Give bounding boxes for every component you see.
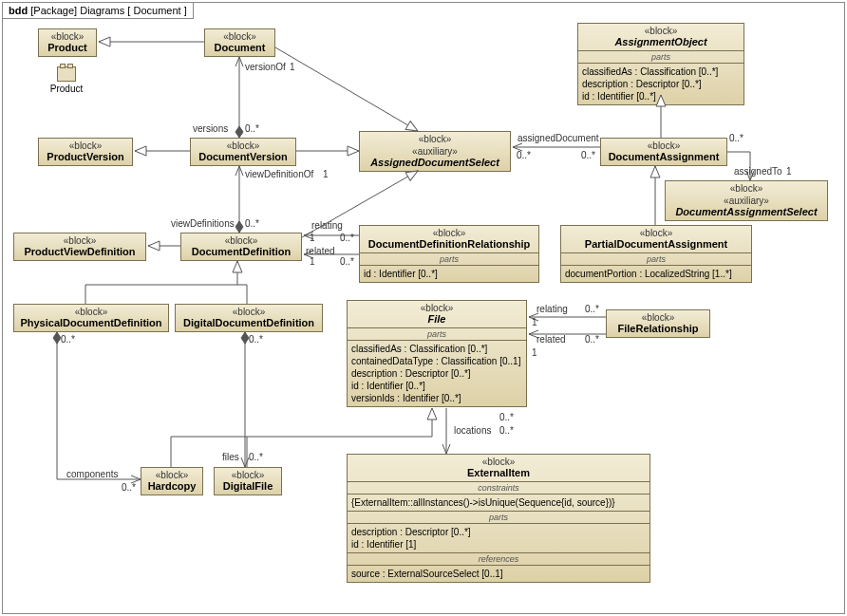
component-icon xyxy=(57,66,76,82)
lbl-zm2: 0..* xyxy=(245,218,259,229)
block-filerelationship[interactable]: «block» FileRelationship xyxy=(606,309,710,338)
assignmentobject-parts: classifiedAs : Classification [0..*] des… xyxy=(578,63,743,104)
block-productviewdefinition[interactable]: «block» ProductViewDefinition xyxy=(13,233,146,261)
block-externalitem[interactable]: «block» ExternalItem constraints {Extern… xyxy=(347,454,650,583)
block-document[interactable]: «block» Document xyxy=(204,28,275,57)
ei-constraints: {ExternalItem::allInstances()->isUnique(… xyxy=(348,494,649,511)
frame-pkg: [Package] xyxy=(30,5,77,16)
block-file[interactable]: «block» File parts classifiedAs : Classi… xyxy=(347,300,527,407)
block-digitaldocumentdefinition[interactable]: «block» DigitalDocumentDefinition xyxy=(175,304,323,332)
frame-name: Diagrams xyxy=(80,5,124,16)
lbl-relating: relating xyxy=(311,220,343,231)
block-product[interactable]: «block» Product xyxy=(38,28,97,57)
block-documentassignment[interactable]: «block» DocumentAssignment xyxy=(600,138,727,166)
frame-scope: [ Document ] xyxy=(127,5,186,16)
ddr-parts: id : Identifier [0..*] xyxy=(360,265,538,282)
frame-tab: bdd [Package] Diagrams [ Document ] xyxy=(2,2,194,19)
lbl-one1: 1 xyxy=(290,62,295,72)
frame-kind: bdd xyxy=(9,5,28,16)
block-partialdocumentassignment[interactable]: «block» PartialDocumentAssignment parts … xyxy=(560,225,752,283)
file-parts: classifiedAs : Classification [0..*] con… xyxy=(348,340,526,406)
block-productversion[interactable]: «block» ProductVersion xyxy=(38,138,133,166)
block-documentdefinition[interactable]: «block» DocumentDefinition xyxy=(180,233,302,261)
block-documentversion[interactable]: «block» DocumentVersion xyxy=(190,138,296,166)
block-assignmentobject[interactable]: «block» AssignmentObject parts classifie… xyxy=(577,23,744,105)
block-hardcopy[interactable]: «block» Hardcopy xyxy=(141,467,203,495)
block-physicaldocumentdefinition[interactable]: «block» PhysicalDocumentDefinition xyxy=(13,304,169,332)
block-documentassignmentselect[interactable]: «block» «auxiliary» DocumentAssignmentSe… xyxy=(665,180,828,221)
block-assigneddocumentselect[interactable]: «block» «auxiliary» AssignedDocumentSele… xyxy=(359,131,511,172)
lbl-one2: 1 xyxy=(323,169,329,179)
lbl-viewdefof: viewDefinitionOf xyxy=(245,169,313,179)
product-icon[interactable]: Product xyxy=(47,66,85,94)
lbl-versions: versions xyxy=(193,123,228,134)
lbl-viewdefs: viewDefinitions xyxy=(171,218,235,229)
pda-parts: documentPortion : LocalizedString [1..*] xyxy=(561,265,751,282)
block-documentdefinitionrelationship[interactable]: «block» DocumentDefinitionRelationship p… xyxy=(359,225,539,283)
lbl-versionof: versionOf xyxy=(245,62,286,72)
lbl-zm1: 0..* xyxy=(245,123,259,134)
ei-parts: description : Descriptor [0..*] id : Ide… xyxy=(348,523,649,552)
block-digitalfile[interactable]: «block» DigitalFile xyxy=(214,467,282,495)
ei-refs: source : ExternalSourceSelect [0..1] xyxy=(348,565,649,582)
